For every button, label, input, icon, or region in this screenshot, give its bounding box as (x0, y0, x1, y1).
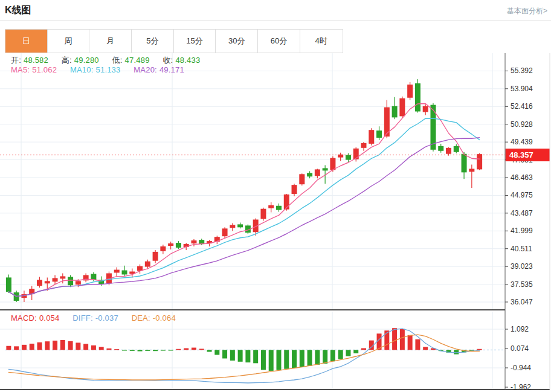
macd-bar (114, 349, 119, 350)
macd-bar (68, 341, 73, 350)
candle-body (423, 106, 428, 112)
macd-bar (169, 350, 173, 350)
macd-bar (408, 335, 413, 350)
candle-body (45, 281, 50, 283)
candle-body (376, 130, 382, 138)
tab-timeframe-2[interactable]: 月 (89, 30, 132, 53)
macd-axis-label: -0.944 (511, 364, 531, 372)
candle-body (346, 155, 351, 160)
macd-bar (6, 346, 11, 350)
y-axis-label: 52.416 (511, 102, 533, 111)
candle-body (299, 174, 304, 184)
candle-body (315, 169, 320, 176)
macd-bar (37, 342, 42, 350)
candle-body (268, 205, 274, 208)
candle-body (369, 130, 374, 144)
macd-bar (145, 350, 150, 351)
macd-bar (392, 328, 397, 350)
ma5-value: 51.062 (32, 65, 57, 74)
candle-body (392, 106, 398, 118)
macd-bar (330, 350, 335, 361)
macd-bar (292, 350, 297, 368)
y-axis-label: 53.904 (511, 85, 533, 93)
macd-bar (238, 350, 243, 361)
macd-bar (284, 350, 289, 368)
macd-bar (346, 350, 350, 356)
candle-body (168, 243, 173, 246)
close-label: 收: (163, 56, 173, 65)
candle-body (415, 83, 420, 111)
tab-timeframe-0[interactable]: 日 (5, 30, 48, 53)
candle-body (307, 173, 312, 176)
ma20-value: 49.171 (160, 65, 184, 74)
macd-bar (161, 350, 166, 350)
candle-body (330, 158, 335, 170)
macd-bar (423, 347, 428, 350)
tab-timeframe-1[interactable]: 周 (48, 30, 90, 53)
dea-value: -0.064 (153, 313, 176, 323)
candle-body (462, 154, 467, 173)
candle-body (353, 149, 359, 159)
candle-body (323, 168, 328, 170)
page-title: K线图 (5, 4, 31, 17)
macd-axis-label: 0.074 (511, 344, 529, 353)
tab-timeframe-5[interactable]: 30分 (216, 30, 258, 53)
tab-timeframe-4[interactable]: 15分 (174, 30, 216, 53)
macd-bar (192, 348, 196, 350)
y-axis-label: 40.511 (511, 245, 532, 253)
y-axis-label: 41.999 (511, 227, 533, 235)
fundamental-analysis-link[interactable]: 基本面分析> (507, 6, 547, 16)
y-axis-label: 46.463 (511, 173, 533, 182)
macd-bar (300, 350, 304, 367)
ma20-label: MA20: (134, 65, 157, 74)
candle-body (222, 228, 228, 236)
open-label: 开: (11, 56, 21, 65)
macd-bar (76, 342, 80, 350)
candle-body (114, 270, 120, 273)
macd-bar (153, 350, 158, 351)
candle-body (191, 240, 196, 243)
macd-axis-label: 1.092 (511, 325, 529, 333)
y-axis-label: 37.535 (511, 280, 533, 289)
low-label: 低: (112, 56, 123, 65)
macd-bar (276, 350, 281, 370)
macd-bar (184, 348, 188, 350)
current-price-tag-text: 48.357 (509, 150, 533, 159)
macd-bar (353, 350, 358, 353)
ohlc-row: 开:48.582 高:49.280 低:47.489 收:48.433 (11, 55, 202, 66)
candle-body (60, 276, 65, 278)
low-value: 47.489 (125, 56, 150, 65)
y-axis-label: 49.439 (511, 138, 533, 146)
macd-bar (53, 341, 57, 350)
macd-bar (400, 329, 405, 350)
y-axis-label: 39.023 (511, 262, 533, 271)
candle-body (53, 278, 58, 281)
candle-body (230, 225, 235, 228)
macd-bar (454, 350, 459, 354)
tab-timeframe-3[interactable]: 5分 (132, 30, 174, 53)
macd-bar (30, 344, 34, 350)
candle-body (276, 206, 282, 210)
candle-body (438, 146, 443, 151)
tab-timeframe-7[interactable]: 4时 (300, 30, 343, 53)
macd-label: MACD: (11, 313, 37, 323)
macd-bar (207, 350, 212, 352)
macd-bar (308, 350, 312, 365)
chart-canvas: 55.39253.90452.41650.92849.43947.95146.4… (0, 53, 551, 392)
candle-body (477, 154, 482, 169)
macd-bar (361, 348, 366, 350)
candle-body (91, 274, 96, 280)
kline-chart[interactable]: 55.39253.90452.41650.92849.43947.95146.4… (0, 53, 551, 392)
candle-body (454, 146, 459, 152)
y-axis-label: 55.392 (511, 66, 533, 75)
macd-bar (384, 330, 389, 350)
candle-body (237, 224, 243, 227)
candle-body (446, 148, 451, 154)
ma5-line (8, 104, 479, 297)
macd-legend-row: MACD:0.054 DIFF:-0.037 DEA:-0.064 (11, 313, 178, 323)
candle-body (292, 185, 297, 194)
macd-bar (199, 349, 204, 350)
tab-timeframe-6[interactable]: 60分 (258, 30, 300, 53)
dea-label: DEA: (132, 313, 150, 323)
macd-bar (45, 341, 50, 350)
